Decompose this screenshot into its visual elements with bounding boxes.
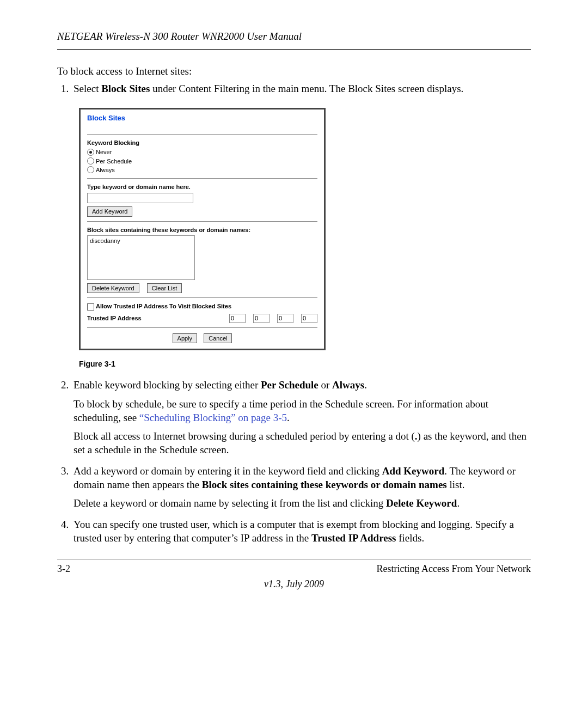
add-keyword-button[interactable]: Add Keyword — [87, 206, 132, 216]
trusted-ip-label: Trusted IP Address — [87, 314, 142, 322]
step4-pre: You can specify one trusted user, which … — [74, 519, 514, 544]
allow-trusted-row[interactable]: Allow Trusted IP Address To Visit Blocke… — [87, 302, 317, 311]
page-number: 3-2 — [57, 563, 70, 575]
radio-always-row[interactable]: Always — [87, 166, 317, 174]
step3-p2-pre: Delete a keyword or domain name by selec… — [74, 497, 386, 509]
divider — [87, 134, 317, 135]
list-item[interactable]: discodanny — [90, 237, 192, 245]
radio-schedule-label: Per Schedule — [96, 157, 132, 165]
step-1: Select Block Sites under Content Filteri… — [71, 82, 531, 369]
step2-always: Always — [332, 379, 364, 391]
step-4: You can specify one trusted user, which … — [71, 518, 531, 545]
divider — [87, 297, 317, 298]
step2-pre: Enable keyword blocking by selecting eit… — [74, 379, 261, 391]
step-3: Add a keyword or domain by entering it i… — [71, 465, 531, 510]
ip-octet-3[interactable] — [277, 314, 293, 323]
allow-trusted-checkbox[interactable] — [87, 303, 94, 311]
footer-rule — [57, 559, 531, 559]
step-2: Enable keyword blocking by selecting eit… — [71, 379, 531, 457]
figure-caption: Figure 3-1 — [79, 359, 531, 369]
step1-bold: Block Sites — [101, 83, 150, 94]
scheduling-blocking-link[interactable]: “Scheduling Blocking” on page 3-5 — [139, 412, 287, 423]
ip-octet-4[interactable] — [301, 314, 317, 323]
radio-never-row[interactable]: Never — [87, 148, 317, 156]
block-sites-title: Block Sites — [87, 114, 317, 123]
step3-p1-pre: Add a keyword or domain by entering it i… — [74, 465, 382, 477]
keyword-input[interactable] — [87, 193, 193, 203]
block-sites-screenshot: Block Sites Keyword Blocking Never Per S… — [79, 108, 326, 350]
ip-octet-1[interactable] — [229, 314, 246, 323]
footer-version: v1.3, July 2009 — [57, 578, 531, 591]
keyword-listbox[interactable]: discodanny — [87, 235, 195, 280]
step1-post: under Content Filtering in the main menu… — [150, 83, 463, 94]
radio-schedule-row[interactable]: Per Schedule — [87, 157, 317, 165]
block-list-label: Block sites containing these keywords or… — [87, 226, 317, 234]
apply-button[interactable]: Apply — [173, 333, 198, 343]
page-header: NETGEAR Wireless-N 300 Router WNR2000 Us… — [57, 30, 531, 50]
figure-container: Block Sites Keyword Blocking Never Per S… — [79, 108, 531, 350]
step2-post: . — [364, 379, 367, 391]
step2-p2-post: . — [287, 412, 290, 423]
intro-paragraph: To block access to Internet sites: — [57, 65, 531, 78]
step3-p1-post: list. — [447, 479, 465, 490]
step1-pre: Select — [74, 83, 101, 94]
footer-chapter: Restricting Access From Your Network — [377, 563, 531, 575]
keyword-blocking-label: Keyword Blocking — [87, 139, 317, 147]
radio-always-label: Always — [96, 166, 115, 174]
radio-never-label: Never — [96, 148, 112, 156]
step2-or: or — [318, 379, 332, 391]
step2-p3-pre: Block all access to Internet browsing du… — [74, 430, 415, 442]
step3-add-keyword: Add Keyword — [382, 465, 445, 477]
ip-octet-2[interactable] — [253, 314, 270, 323]
step4-post: fields. — [396, 532, 424, 544]
cancel-button[interactable]: Cancel — [204, 333, 232, 343]
delete-keyword-button[interactable]: Delete Keyword — [87, 283, 139, 293]
clear-list-button[interactable]: Clear List — [147, 283, 182, 293]
divider — [87, 221, 317, 222]
step4-trusted-ip: Trusted IP Address — [311, 532, 396, 544]
step2-per-schedule: Per Schedule — [261, 379, 318, 391]
allow-trusted-label: Allow Trusted IP Address To Visit Blocke… — [96, 303, 231, 309]
step3-delete-keyword: Delete Keyword — [386, 497, 457, 509]
divider — [87, 327, 317, 328]
type-keyword-label: Type keyword or domain name here. — [87, 183, 317, 191]
step3-block-list-name: Block sites containing these keywords or… — [202, 479, 447, 490]
radio-schedule[interactable] — [87, 157, 94, 165]
step3-p2-post: . — [457, 497, 460, 509]
divider — [87, 178, 317, 179]
radio-always[interactable] — [87, 166, 94, 173]
radio-never[interactable] — [87, 149, 94, 156]
